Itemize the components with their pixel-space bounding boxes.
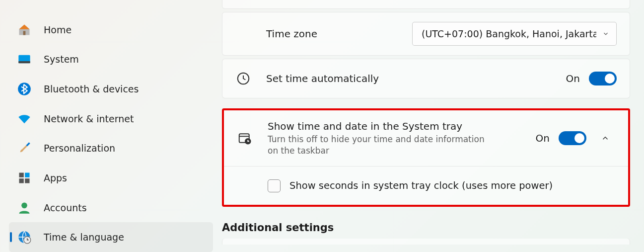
chevron-up-icon — [601, 134, 610, 143]
sidebar-item-label: Accounts — [44, 202, 87, 213]
user-icon — [17, 200, 32, 215]
sidebar-item-label: Personalization — [44, 143, 115, 154]
sidebar-item-label: Bluetooth & devices — [44, 84, 139, 94]
svg-rect-7 — [25, 178, 29, 183]
sidebar-nav: Home System Bluetooth & devices Network … — [0, 0, 222, 252]
paintbrush-icon — [17, 141, 32, 156]
svg-rect-6 — [19, 178, 24, 183]
wifi-icon — [17, 111, 32, 126]
show-seconds-checkbox[interactable] — [268, 179, 281, 192]
time-zone-select[interactable]: (UTC+07:00) Bangkok, Hanoi, Jakarta — [412, 22, 617, 46]
clock-icon — [235, 71, 251, 86]
sidebar-item-time-language[interactable]: Time & language — [9, 222, 213, 252]
sidebar-item-personalization[interactable]: Personalization — [9, 134, 213, 164]
svg-rect-2 — [18, 62, 30, 64]
sidebar-item-network[interactable]: Network & internet — [9, 104, 213, 134]
calendar-clock-icon — [237, 130, 253, 146]
card-partial-bottom — [222, 239, 630, 245]
systray-subtitle: Turn this off to hide your time and date… — [268, 134, 496, 157]
time-zone-card: Time zone (UTC+07:00) Bangkok, Hanoi, Ja… — [222, 12, 630, 56]
sidebar-item-apps[interactable]: Apps — [9, 163, 213, 193]
sidebar-item-accounts[interactable]: Accounts — [9, 193, 213, 223]
auto-time-card: Set time automatically On — [222, 59, 630, 98]
apps-icon — [17, 170, 32, 185]
systray-toggle[interactable] — [559, 131, 586, 145]
time-zone-label: Time zone — [266, 28, 412, 40]
svg-point-8 — [21, 202, 27, 208]
main-content: Time zone (UTC+07:00) Bangkok, Hanoi, Ja… — [222, 0, 644, 252]
sidebar-item-label: Time & language — [44, 232, 124, 243]
sidebar-item-label: Network & internet — [44, 113, 134, 124]
home-icon — [17, 22, 32, 37]
sidebar-item-label: Apps — [44, 172, 67, 183]
systray-title: Show time and date in the System tray — [268, 120, 536, 132]
sidebar-item-label: Home — [44, 24, 72, 35]
system-icon — [17, 52, 32, 67]
sidebar-item-bluetooth[interactable]: Bluetooth & devices — [9, 74, 213, 104]
sidebar-item-home[interactable]: Home — [9, 15, 213, 45]
svg-rect-4 — [19, 172, 24, 177]
auto-time-state-label: On — [566, 73, 580, 84]
sidebar-item-label: System — [44, 54, 79, 65]
systray-state-label: On — [536, 132, 550, 144]
card-partial-top — [222, 0, 630, 9]
highlighted-systray-group: Show time and date in the System tray Tu… — [222, 108, 630, 207]
systray-expand-button[interactable] — [595, 128, 615, 148]
svg-rect-5 — [25, 172, 29, 177]
additional-settings-heading: Additional settings — [222, 222, 630, 234]
globe-clock-icon — [17, 230, 32, 245]
auto-time-title: Set time automatically — [266, 73, 566, 84]
bluetooth-icon — [17, 82, 32, 96]
svg-rect-0 — [23, 31, 26, 35]
show-seconds-label: Show seconds in system tray clock (uses … — [289, 180, 553, 191]
sidebar-item-system[interactable]: System — [9, 45, 213, 75]
auto-time-toggle[interactable] — [589, 72, 617, 85]
